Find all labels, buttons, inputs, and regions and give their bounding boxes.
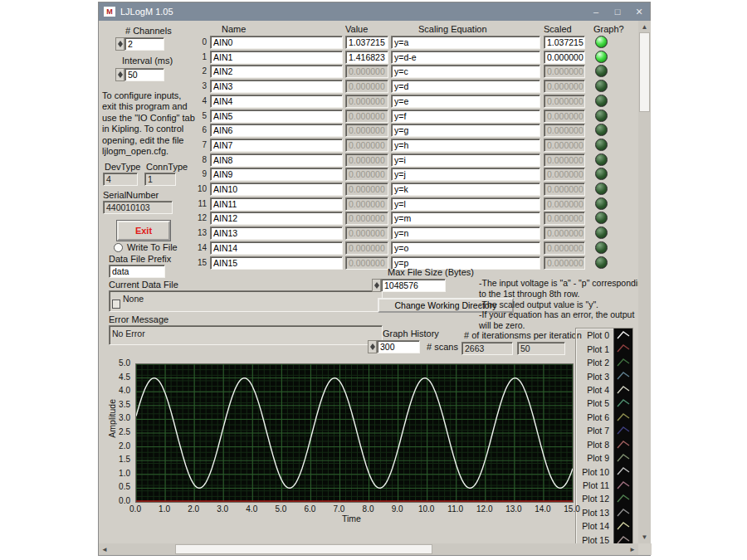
scans-label: # scans — [427, 342, 458, 352]
title-bar[interactable]: M LJLogM 1.05 – □ ✕ — [99, 2, 650, 21]
scaling-equation-input[interactable]: y=o — [391, 241, 540, 255]
graph-led[interactable] — [595, 256, 608, 269]
max-file-size-input[interactable]: 1048576 — [381, 279, 446, 292]
channel-value: 1.416823 — [345, 51, 388, 64]
scaling-equation-input[interactable]: y=c — [391, 65, 540, 78]
channel-name-input[interactable]: AIN2 — [210, 65, 343, 78]
scaling-equation-input[interactable]: y=e — [391, 95, 540, 108]
graph-history-input[interactable]: 300 — [377, 340, 420, 353]
graph-led[interactable] — [595, 168, 608, 180]
channels-input[interactable]: 2 — [124, 37, 164, 51]
legend-line-sample-icon[interactable] — [613, 519, 632, 533]
channel-name-input[interactable]: AIN11 — [210, 197, 343, 211]
scroll-left-icon[interactable]: ◄ — [101, 546, 108, 553]
channel-name-input[interactable]: AIN7 — [210, 139, 343, 152]
legend-line-sample-icon[interactable] — [613, 451, 632, 465]
channel-name-input[interactable]: AIN9 — [210, 168, 343, 181]
legend-line-sample-icon[interactable] — [613, 329, 632, 342]
legend-line-sample-icon[interactable] — [613, 465, 632, 478]
legend-item: Plot 9 — [576, 451, 632, 465]
x-tick-label: 7.0 — [328, 504, 349, 514]
legend-item: Plot 6 — [576, 411, 632, 424]
legend-line-sample-icon[interactable] — [613, 479, 632, 492]
vertical-scrollbar[interactable]: ▲ ▼ — [638, 21, 651, 543]
channel-name-input[interactable]: AIN8 — [210, 153, 343, 167]
legend-line-sample-icon[interactable] — [613, 424, 632, 437]
channel-name-input[interactable]: AIN0 — [210, 36, 343, 49]
scroll-right-icon[interactable]: ► — [629, 546, 636, 553]
graph-history-spinner[interactable] — [368, 340, 377, 353]
legend-item: Plot 13 — [576, 506, 632, 519]
legend-line-sample-icon[interactable] — [613, 383, 632, 397]
channel-name-input[interactable]: AIN6 — [210, 124, 343, 137]
x-tick-label: 6.0 — [299, 504, 320, 514]
interval-input[interactable]: 50 — [124, 68, 164, 81]
channel-name-input[interactable]: AIN5 — [210, 110, 343, 123]
legend-label: Plot 12 — [576, 494, 613, 504]
horizontal-scrollbar[interactable]: ◄ ► — [99, 543, 638, 555]
scaling-equation-input[interactable]: y=a — [391, 36, 540, 49]
scaling-equation-input[interactable]: y=l — [391, 197, 540, 211]
graph-led[interactable] — [595, 241, 608, 254]
channel-value: 0.000000 — [345, 80, 388, 93]
row-index: 13 — [197, 228, 207, 237]
scroll-down-icon[interactable]: ▼ — [638, 533, 651, 541]
channel-name-input[interactable]: AIN15 — [210, 256, 343, 270]
legend-item: Plot 2 — [576, 356, 632, 369]
graph-led[interactable] — [595, 80, 608, 92]
scaling-equation-input[interactable]: y=d-e — [391, 51, 540, 64]
graph-led[interactable] — [595, 110, 608, 122]
graph-led[interactable] — [595, 153, 608, 166]
channel-name-input[interactable]: AIN1 — [210, 51, 343, 64]
legend-line-sample-icon[interactable] — [613, 342, 632, 355]
legend-line-sample-icon[interactable] — [613, 369, 632, 382]
channels-spinner[interactable] — [115, 37, 124, 51]
horizontal-scroll-thumb[interactable] — [175, 544, 432, 554]
legend-label: Plot 8 — [576, 440, 613, 450]
maximize-button[interactable]: □ — [607, 2, 628, 21]
graph-led[interactable] — [595, 183, 608, 195]
scaling-equation-input[interactable]: y=g — [391, 124, 540, 137]
channel-name-input[interactable]: AIN12 — [210, 212, 343, 225]
scaling-equation-input[interactable]: y=j — [391, 168, 540, 181]
exit-button[interactable]: Exit — [117, 221, 170, 241]
legend-line-sample-icon[interactable] — [613, 356, 632, 369]
data-file-prefix-input[interactable]: data — [109, 265, 165, 278]
scroll-up-icon[interactable]: ▲ — [638, 23, 651, 31]
graph-led[interactable] — [595, 139, 608, 151]
graph-led[interactable] — [595, 95, 608, 107]
channel-name-input[interactable]: AIN4 — [210, 95, 343, 108]
graph-led[interactable] — [595, 226, 608, 239]
close-button[interactable]: ✕ — [628, 2, 650, 21]
write-to-file-radio[interactable] — [114, 243, 123, 252]
channel-name-input[interactable]: AIN14 — [210, 241, 343, 255]
graph-led[interactable] — [595, 51, 608, 63]
graph-led[interactable] — [595, 124, 608, 136]
channel-name-input[interactable]: AIN10 — [210, 183, 343, 196]
graph-led[interactable] — [595, 212, 608, 224]
channel-name-input[interactable]: AIN3 — [210, 80, 343, 93]
minimize-button[interactable]: – — [585, 2, 607, 21]
scaling-equation-input[interactable]: y=n — [391, 226, 540, 240]
channel-value: 0.000000 — [345, 212, 388, 225]
scaling-equation-input[interactable]: y=i — [391, 153, 540, 167]
table-row: 12AIN120.000000y=m0.000000 — [198, 212, 613, 226]
scaling-equation-input[interactable]: y=m — [391, 212, 540, 225]
scaling-equation-input[interactable]: y=d — [391, 80, 540, 93]
interval-spinner[interactable] — [115, 68, 124, 81]
legend-line-sample-icon[interactable] — [613, 492, 632, 505]
scaled-value: 0.000000 — [544, 139, 585, 152]
vertical-scroll-thumb[interactable] — [639, 32, 650, 112]
legend-line-sample-icon[interactable] — [613, 506, 632, 519]
scaling-equation-input[interactable]: y=k — [391, 183, 540, 196]
graph-led[interactable] — [595, 197, 608, 210]
legend-line-sample-icon[interactable] — [613, 411, 632, 424]
scaling-equation-input[interactable]: y=f — [391, 110, 540, 123]
graph-led[interactable] — [595, 65, 608, 77]
graph-led[interactable] — [595, 36, 608, 48]
channel-name-input[interactable]: AIN13 — [210, 226, 343, 240]
scaling-equation-input[interactable]: y=h — [391, 139, 540, 152]
legend-line-sample-icon[interactable] — [613, 397, 632, 410]
max-file-size-spinner[interactable] — [372, 279, 381, 292]
legend-line-sample-icon[interactable] — [613, 438, 632, 451]
